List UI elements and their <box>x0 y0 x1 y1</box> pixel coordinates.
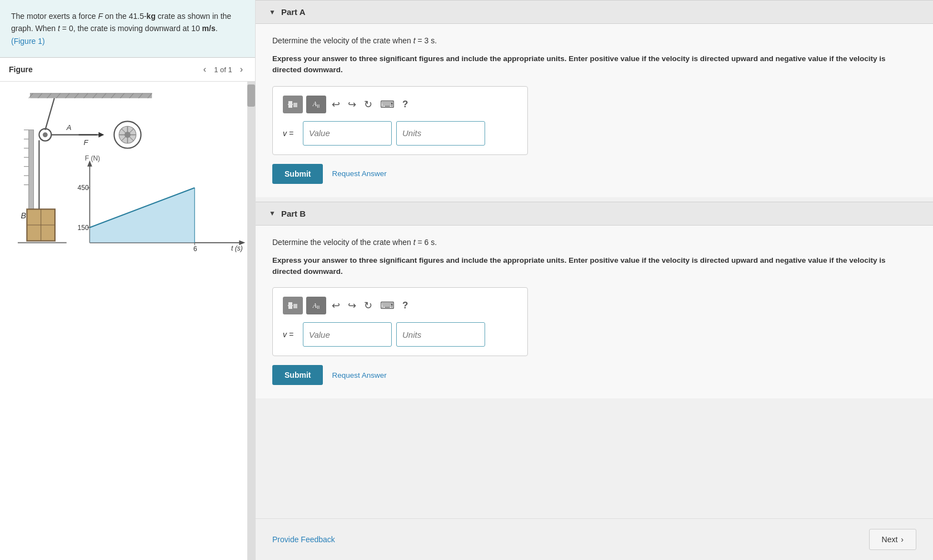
part-a-toolbar: AII ↩ ↪ ↻ ⌨ ? <box>283 96 517 113</box>
scrollbar-thumb <box>247 84 255 107</box>
svg-text:150: 150 <box>78 224 89 232</box>
part-b-content: Determine the velocity of the crate when… <box>256 226 933 399</box>
part-a-units-input[interactable] <box>396 121 485 146</box>
svg-rect-63 <box>288 302 292 305</box>
part-a-input-row: v = <box>283 121 517 146</box>
part-b-formula-button[interactable]: AII <box>306 297 326 314</box>
svg-text:450: 450 <box>78 184 89 192</box>
spacer <box>256 403 933 518</box>
next-button[interactable]: Next › <box>869 529 916 550</box>
part-b-keyboard-button[interactable]: ⌨ <box>378 297 397 314</box>
part-b-header: ▼ Part B <box>256 202 933 226</box>
next-arrow-icon: › <box>901 535 904 544</box>
part-a-content: Determine the velocity of the crate when… <box>256 24 933 197</box>
svg-text:6: 6 <box>193 245 197 253</box>
part-b-value-input[interactable] <box>303 322 392 347</box>
part-b-redo-button[interactable]: ↪ <box>346 297 358 314</box>
part-a-instructions: Express your answer to three significant… <box>272 53 916 76</box>
left-panel: The motor exerts a force F on the 41.5-k… <box>0 0 256 560</box>
part-b-toolbar: AII ↩ ↪ ↻ ⌨ ? <box>283 297 517 314</box>
problem-description: The motor exerts a force F on the 41.5-k… <box>0 0 255 58</box>
part-a-label: Part A <box>281 7 306 17</box>
part-b-request-answer-link[interactable]: Request Answer <box>332 371 386 379</box>
svg-text:B: B <box>21 211 26 220</box>
part-b-collapse-icon[interactable]: ▼ <box>269 209 276 217</box>
part-a-section: ▼ Part A Determine the velocity of the c… <box>256 0 933 197</box>
part-b-reset-button[interactable]: ↻ <box>362 297 375 314</box>
page-footer: Provide Feedback Next › <box>256 518 933 560</box>
next-label: Next <box>882 535 898 544</box>
svg-rect-64 <box>288 306 292 309</box>
part-b-section: ▼ Part B Determine the velocity of the c… <box>256 202 933 399</box>
svg-text:F (N): F (N) <box>85 154 100 162</box>
part-b-fraction-button[interactable] <box>283 297 303 314</box>
part-a-action-row: Submit Request Answer <box>272 164 916 184</box>
part-b-instructions: Express your answer to three significant… <box>272 255 916 278</box>
part-b-input-row: v = <box>283 322 517 347</box>
svg-rect-0 <box>30 93 152 98</box>
figure-canvas: A F <box>0 82 255 560</box>
svg-text:F: F <box>83 138 88 147</box>
part-a-input-label: v = <box>283 129 298 138</box>
scrollbar[interactable] <box>247 82 255 560</box>
part-a-collapse-icon[interactable]: ▼ <box>269 8 276 16</box>
part-b-submit-button[interactable]: Submit <box>272 365 323 385</box>
svg-text:A: A <box>66 123 72 132</box>
figure-svg: A F <box>6 87 250 264</box>
part-b-description: Determine the velocity of the crate when… <box>272 237 916 248</box>
part-b-input-label: v = <box>283 330 298 339</box>
part-a-keyboard-button[interactable]: ⌨ <box>378 96 397 113</box>
svg-rect-62 <box>293 103 297 107</box>
figure-link[interactable]: (Figure 1) <box>11 37 45 46</box>
figure-nav: ‹ 1 of 1 › <box>200 63 246 76</box>
part-a-answer-box: AII ↩ ↪ ↻ ⌨ ? v = <box>272 86 528 155</box>
part-a-description: Determine the velocity of the crate when… <box>272 35 916 47</box>
svg-rect-60 <box>288 105 292 108</box>
part-a-value-input[interactable] <box>303 121 392 146</box>
right-panel: ▼ Part A Determine the velocity of the c… <box>256 0 933 560</box>
part-b-help-button[interactable]: ? <box>400 298 410 313</box>
figure-next-button[interactable]: › <box>237 63 246 76</box>
part-b-undo-button[interactable]: ↩ <box>330 297 342 314</box>
svg-point-18 <box>43 132 48 137</box>
figure-header: Figure ‹ 1 of 1 › <box>0 58 255 82</box>
svg-text:t (s): t (s) <box>231 244 243 252</box>
figure-title: Figure <box>9 65 33 74</box>
figure-prev-button[interactable]: ‹ <box>200 63 209 76</box>
part-b-units-input[interactable] <box>396 322 485 347</box>
part-a-reset-button[interactable]: ↻ <box>362 96 375 113</box>
provide-feedback-link[interactable]: Provide Feedback <box>272 535 335 544</box>
svg-line-16 <box>45 98 54 130</box>
figure-section: Figure ‹ 1 of 1 › <box>0 58 255 560</box>
part-a-formula-button[interactable]: AII <box>306 96 326 113</box>
part-a-help-button[interactable]: ? <box>400 97 410 112</box>
part-a-request-answer-link[interactable]: Request Answer <box>332 169 386 178</box>
part-a-header: ▼ Part A <box>256 0 933 24</box>
description-text: The motor exerts a force F on the 41.5-k… <box>11 12 231 33</box>
part-a-fraction-button[interactable] <box>283 96 303 113</box>
figure-nav-count: 1 of 1 <box>214 66 232 74</box>
part-b-label: Part B <box>281 209 306 218</box>
part-b-action-row: Submit Request Answer <box>272 365 916 385</box>
svg-rect-59 <box>288 101 292 104</box>
part-a-undo-button[interactable]: ↩ <box>330 96 342 113</box>
part-a-submit-button[interactable]: Submit <box>272 164 323 184</box>
part-a-redo-button[interactable]: ↪ <box>346 96 358 113</box>
part-b-answer-box: AII ↩ ↪ ↻ ⌨ ? v = <box>272 287 528 356</box>
svg-marker-56 <box>89 188 194 243</box>
svg-rect-66 <box>293 304 297 308</box>
